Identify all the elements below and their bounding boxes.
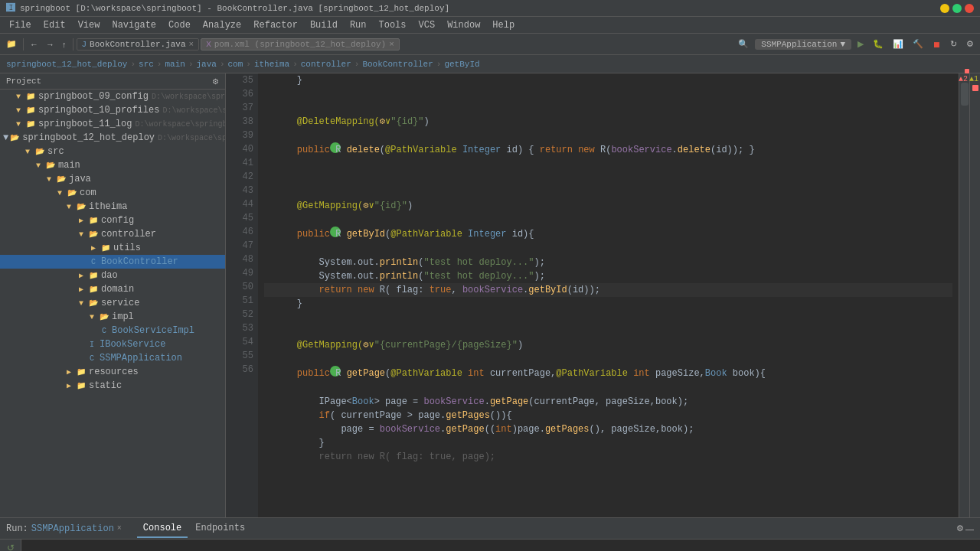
debug-button[interactable]: 🐛 bbox=[870, 36, 887, 53]
run-close[interactable]: × bbox=[117, 524, 122, 533]
folder-open-icon-3: 📁 bbox=[24, 118, 37, 130]
breadcrumb-sep-2: › bbox=[157, 60, 162, 69]
settings-btn[interactable]: ⚙ bbox=[963, 36, 977, 53]
code-line-53: if( currentPage > page.getPages()){ bbox=[264, 409, 952, 422]
tree-item-ibookservice[interactable]: I IBookService bbox=[0, 337, 225, 351]
tree-item-profiles[interactable]: ▼ 📁 springboot_10_profiles D:\workspace\… bbox=[0, 103, 225, 117]
menu-tools[interactable]: Tools bbox=[373, 18, 413, 32]
breadcrumb-getbyid[interactable]: getById bbox=[444, 60, 479, 69]
menu-analyze[interactable]: Analyze bbox=[197, 18, 247, 32]
menu-window[interactable]: Window bbox=[441, 18, 486, 32]
run-with-coverage-btn[interactable]: 📊 bbox=[890, 36, 906, 53]
breadcrumb-com[interactable]: com bbox=[228, 60, 243, 69]
tree-item-static[interactable]: ▶ 📁 static bbox=[0, 379, 225, 393]
menu-help[interactable]: Help bbox=[486, 18, 521, 32]
title-bar-controls[interactable] bbox=[940, 4, 974, 13]
tree-label-service: service bbox=[100, 298, 139, 308]
console-tab-console[interactable]: Console bbox=[137, 520, 188, 538]
close-button[interactable] bbox=[965, 4, 974, 13]
tree-item-java[interactable]: ▼ 📂 java bbox=[0, 172, 225, 186]
maximize-button[interactable] bbox=[952, 4, 962, 13]
tree-label-utils: utils bbox=[112, 243, 141, 253]
toolbar-forward-btn[interactable]: → bbox=[43, 36, 57, 53]
toolbar-back-btn[interactable]: ← bbox=[27, 36, 41, 53]
tree-item-log[interactable]: ▼ 📁 springboot_11_log D:\workspace\sprin… bbox=[0, 117, 225, 131]
toolbar-project-btn[interactable]: 📁 bbox=[3, 36, 20, 53]
tree-item-bookcontroller[interactable]: C BookController bbox=[0, 255, 225, 269]
tree-label-log: springboot_11_log bbox=[37, 119, 132, 129]
run-button[interactable]: ▶ bbox=[854, 36, 867, 53]
pom-tab-inline[interactable]: X pom.xml (springboot_12_hot_deploy) × bbox=[201, 38, 400, 51]
stop-button[interactable]: ⏹ bbox=[929, 36, 944, 53]
run-config-dropdown[interactable]: SSMPApplication ▼ bbox=[755, 39, 851, 50]
toolbar-search-btn[interactable]: 🔍 bbox=[735, 36, 752, 53]
tree-item-config2[interactable]: ▶ 📁 config bbox=[0, 214, 225, 227]
tree-label-java: java bbox=[67, 174, 91, 184]
pom-tab-close[interactable]: × bbox=[389, 40, 394, 49]
run-config-console[interactable]: SSMPApplication bbox=[31, 523, 114, 534]
menu-vcs[interactable]: VCS bbox=[413, 18, 442, 32]
main-layout: Project ⚙ ▼ 📁 springboot_09_config D:\wo… bbox=[0, 73, 980, 517]
tree-label-ssmapplication: SSMPApplication bbox=[98, 353, 182, 364]
folder-icon-domain: ▶ bbox=[75, 283, 87, 295]
code-line-35: } bbox=[264, 73, 952, 87]
minimize-button[interactable] bbox=[940, 4, 949, 13]
menu-refactor[interactable]: Refactor bbox=[247, 18, 304, 32]
file-tab-close[interactable]: × bbox=[189, 40, 194, 49]
breadcrumb-java[interactable]: java bbox=[196, 60, 216, 69]
code-area[interactable]: } @DeleteMapping(⚙∨"{id}") publi bbox=[258, 73, 959, 517]
tree-item-com[interactable]: ▼ 📂 com bbox=[0, 186, 225, 200]
update-btn[interactable]: ↻ bbox=[947, 36, 960, 53]
tree-item-bookserviceimpl[interactable]: C BookServiceImpl bbox=[0, 324, 225, 337]
tree-item-controller[interactable]: ▼ 📂 controller bbox=[0, 227, 225, 241]
breadcrumb-bookcontroller[interactable]: BookController bbox=[362, 60, 433, 69]
tree-item-dao[interactable]: ▶ 📁 dao bbox=[0, 269, 225, 282]
breadcrumb-main[interactable]: main bbox=[165, 60, 185, 69]
tree-label-config2: config bbox=[100, 215, 134, 226]
tree-item-itheima[interactable]: ▼ 📂 itheima bbox=[0, 200, 225, 214]
breadcrumb-itheima[interactable]: itheima bbox=[254, 60, 289, 69]
folder-icon-controller: ▼ bbox=[75, 228, 87, 240]
tree-item-hotdeploy[interactable]: ▼ 📂 springboot_12_hot_deploy D:\workspac… bbox=[0, 131, 225, 145]
console-content[interactable]: 2021-12-13 10:02:28.796 INFO 6160 --- [p… bbox=[21, 540, 980, 551]
breadcrumb-src[interactable]: src bbox=[139, 60, 154, 69]
file-tab-inline[interactable]: J BookController.java × bbox=[77, 38, 200, 51]
tree-item-main[interactable]: ▼ 📂 main bbox=[0, 158, 225, 172]
tree-item-service[interactable]: ▼ 📂 service bbox=[0, 296, 225, 310]
breadcrumb-controller[interactable]: controller bbox=[301, 60, 351, 69]
tree-item-utils[interactable]: ▶ 📁 utils bbox=[0, 241, 225, 255]
console-close-btn[interactable]: — bbox=[965, 523, 974, 533]
toolbar-up-btn[interactable]: ↑ bbox=[59, 36, 70, 53]
build-btn[interactable]: 🔨 bbox=[910, 36, 926, 53]
code-line-38: @DeleteMapping(⚙∨"{id}") bbox=[264, 115, 952, 129]
menu-code[interactable]: Code bbox=[162, 18, 197, 32]
menu-view[interactable]: View bbox=[72, 18, 106, 32]
folder-open-icon-4: 📂 bbox=[8, 132, 21, 144]
breadcrumb-springboot[interactable]: springboot_12_hot_deploy bbox=[6, 60, 127, 69]
tree-item-impl[interactable]: ▼ 📂 impl bbox=[0, 310, 225, 324]
menu-build[interactable]: Build bbox=[304, 18, 344, 32]
tree-item-domain[interactable]: ▶ 📁 domain bbox=[0, 282, 225, 296]
title-bar-title: springboot [D:\workspace\springboot] - B… bbox=[20, 4, 449, 13]
code-line-47: } bbox=[264, 297, 952, 311]
editor-scrollbar[interactable] bbox=[959, 73, 969, 517]
menu-file[interactable]: File bbox=[3, 18, 38, 32]
tree-item-config[interactable]: ▼ 📁 springboot_09_config D:\workspace\sp… bbox=[0, 90, 225, 103]
menu-edit[interactable]: Edit bbox=[38, 18, 72, 32]
scrollbar-thumb[interactable] bbox=[961, 83, 969, 106]
run-text: Run: bbox=[6, 523, 28, 534]
console-rerun-btn[interactable]: ↺ bbox=[7, 543, 15, 551]
tree-item-resources[interactable]: ▶ 📁 resources bbox=[0, 365, 225, 379]
toolbar-sep-2 bbox=[73, 38, 74, 51]
tree-label-itheima: itheima bbox=[87, 201, 127, 212]
menu-navigate[interactable]: Navigate bbox=[106, 18, 162, 32]
java-file-icon: J bbox=[82, 40, 87, 49]
tree-item-src[interactable]: ▼ 📂 src bbox=[0, 145, 225, 158]
code-line-52: IPage<Book> page = bookService.getPage(c… bbox=[264, 395, 952, 409]
tree-item-ssmapplication[interactable]: C SSMPApplication bbox=[0, 351, 225, 365]
tree-settings-btn[interactable]: ⚙ bbox=[212, 77, 219, 86]
console-settings-btn[interactable]: ⚙ bbox=[956, 523, 964, 533]
menu-bar: File Edit View Navigate Code Analyze Ref… bbox=[0, 17, 980, 34]
menu-run[interactable]: Run bbox=[344, 18, 373, 32]
console-tab-endpoints[interactable]: Endpoints bbox=[189, 520, 251, 538]
